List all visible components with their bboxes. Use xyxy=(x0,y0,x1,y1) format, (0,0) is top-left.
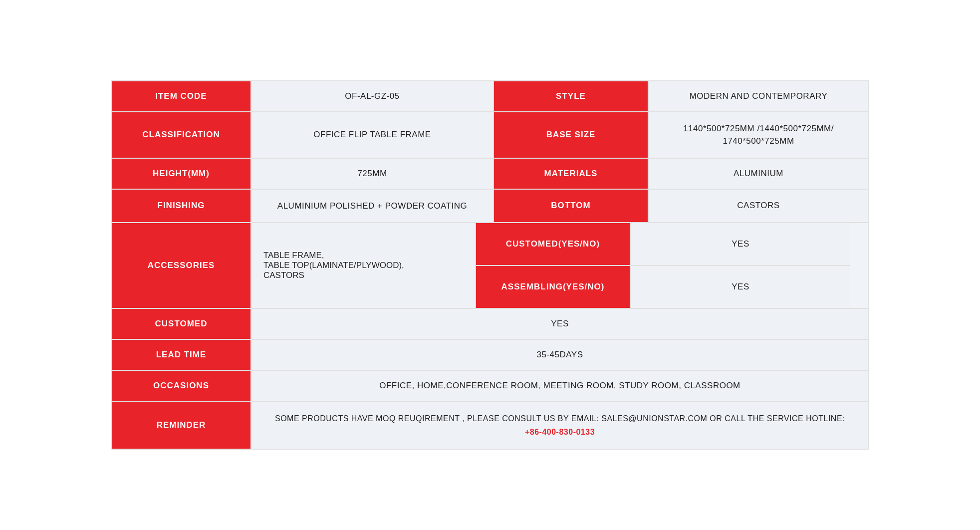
value-lead-time: 35-45DAYS xyxy=(251,340,868,370)
row-reminder: REMINDER SOME PRODUCTS HAVE MOQ REUQIREM… xyxy=(112,402,868,449)
label-reminder: REMINDER xyxy=(112,402,251,449)
label-occasions: OCCASIONS xyxy=(112,371,251,401)
row-classification: CLASSIFICATION OFFICE FLIP TABLE FRAME B… xyxy=(112,112,868,159)
label-bottom: BOTTOM xyxy=(494,190,649,223)
label-materials: MATERIALS xyxy=(494,159,649,189)
value-bottom: CASTORS xyxy=(649,190,868,223)
product-spec-table: ITEM CODE OF-AL-GZ-05 STYLE MODERN AND C… xyxy=(111,80,869,450)
sub-row-assembling: ASSEMBLING(YES/NO) YES xyxy=(476,266,850,308)
value-item-code: OF-AL-GZ-05 xyxy=(251,81,494,111)
value-accessories: TABLE FRAME, TABLE TOP(LAMINATE/PLYWOOD)… xyxy=(251,223,476,308)
row-finishing: FINISHING ALUMINIUM POLISHED + POWDER CO… xyxy=(112,190,868,224)
label-item-code: ITEM CODE xyxy=(112,81,251,111)
value-materials: ALUMINIUM xyxy=(649,159,868,189)
value-base-size: 1140*500*725MM /1440*500*725MM/ 1740*500… xyxy=(649,112,868,158)
value-finishing: ALUMINIUM POLISHED + POWDER COATING xyxy=(251,190,494,223)
sub-row-customed: CUSTOMED(YES/NO) YES xyxy=(476,223,850,266)
label-customed-yes-no: CUSTOMED(YES/NO) xyxy=(476,223,631,265)
row-height: HEIGHT(MM) 725MM MATERIALS ALUMINIUM xyxy=(112,159,868,190)
value-style: MODERN AND CONTEMPORARY xyxy=(649,81,868,111)
row-accessories: ACCESSORIES TABLE FRAME, TABLE TOP(LAMIN… xyxy=(112,223,868,309)
value-assembling-yes-no: YES xyxy=(631,266,850,308)
value-occasions: OFFICE, HOME,CONFERENCE ROOM, MEETING RO… xyxy=(251,371,868,401)
value-height: 725MM xyxy=(251,159,494,189)
label-classification: CLASSIFICATION xyxy=(112,112,251,158)
value-customed: YES xyxy=(251,309,868,339)
row-customed: CUSTOMED YES xyxy=(112,309,868,340)
row-lead-time: LEAD TIME 35-45DAYS xyxy=(112,340,868,371)
reminder-hotline: +86-400-830-0133 xyxy=(525,425,595,439)
accessories-right-panel: CUSTOMED(YES/NO) YES ASSEMBLING(YES/NO) … xyxy=(476,223,850,308)
label-lead-time: LEAD TIME xyxy=(112,340,251,370)
row-occasions: OCCASIONS OFFICE, HOME,CONFERENCE ROOM, … xyxy=(112,371,868,402)
label-accessories: ACCESSORIES xyxy=(112,223,251,308)
value-reminder: SOME PRODUCTS HAVE MOQ REUQIREMENT , PLE… xyxy=(251,402,868,449)
label-finishing: FINISHING xyxy=(112,190,251,223)
label-assembling-yes-no: ASSEMBLING(YES/NO) xyxy=(476,266,631,308)
reminder-text-before: SOME PRODUCTS HAVE MOQ REUQIREMENT , PLE… xyxy=(275,412,845,425)
value-classification: OFFICE FLIP TABLE FRAME xyxy=(251,112,494,158)
label-style: STYLE xyxy=(494,81,649,111)
label-base-size: BASE SIZE xyxy=(494,112,649,158)
label-height: HEIGHT(MM) xyxy=(112,159,251,189)
row-item-code: ITEM CODE OF-AL-GZ-05 STYLE MODERN AND C… xyxy=(112,81,868,112)
value-customed-yes-no: YES xyxy=(631,223,850,265)
label-customed: CUSTOMED xyxy=(112,309,251,339)
